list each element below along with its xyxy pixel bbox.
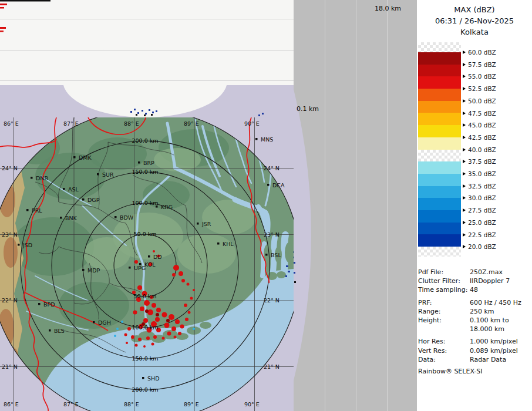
info-row-label: Range: (418, 307, 470, 316)
legend-segment (418, 65, 461, 77)
legend-label-text: 47.5 dBZ (468, 110, 496, 117)
info-row-value: 18.000 km (470, 325, 531, 333)
legend-label: 52.5 dBZ (463, 85, 496, 93)
svg-text:DGH: DGH (98, 319, 111, 326)
svg-text:200.0 km: 200.0 km (132, 386, 159, 393)
legend-segment (418, 89, 461, 101)
svg-text:SHD: SHD (147, 375, 160, 382)
info-row-label: Data: (418, 355, 470, 364)
svg-text:88° E: 88° E (124, 120, 139, 127)
legend-label: 47.5 dBZ (463, 109, 496, 117)
legend-label: 55.0 dBZ (463, 73, 496, 80)
legend-tick-arrow-icon (463, 136, 466, 139)
svg-text:DNB: DNB (36, 175, 48, 181)
legend-label-text: 20.0 dBZ (468, 243, 496, 250)
legend-tick-arrow-icon (463, 148, 466, 151)
legend-label: 20.0 dBZ (463, 243, 496, 251)
legend-tick-arrow-icon (463, 172, 466, 176)
legend-tick-arrow-icon (463, 123, 466, 127)
info-row: 18.000 km (418, 325, 531, 333)
legend-label-text: 55.0 dBZ (468, 73, 496, 80)
info-row: Clutter Filter:IIRDoppler 7 (418, 277, 531, 285)
info-row-value: 250 km (470, 307, 531, 316)
legend-label: 25.0 dBZ (463, 218, 496, 226)
legend-segment (418, 161, 461, 174)
svg-text:BNK: BNK (65, 215, 78, 221)
legend-label-text: 57.5 dBZ (468, 61, 496, 68)
info-row-value: 600 Hz / 450 Hz (470, 298, 531, 307)
legend-colorbar (418, 42, 461, 257)
legend-label-text: 60.0 dBZ (468, 49, 496, 56)
svg-text:PRL: PRL (32, 207, 42, 214)
legend-segment (418, 76, 461, 89)
svg-text:86° E: 86° E (4, 120, 19, 127)
svg-text:MNS: MNS (261, 136, 273, 143)
info-row-label (418, 325, 470, 333)
info-row: Height:0.100 km to (418, 316, 531, 325)
legend-segment (418, 198, 461, 210)
info-row-label: PRF: (418, 298, 470, 307)
software-brand: Rainbow® SELEX-SI (418, 368, 483, 375)
svg-text:21° N: 21° N (264, 363, 280, 370)
legend-tick-arrow-icon (463, 208, 466, 212)
colorbar-area: 60.0 dBZ57.5 dBZ55.0 dBZ52.5 dBZ50.0 dBZ… (418, 42, 531, 265)
svg-text:200.0 km: 200.0 km (132, 137, 159, 144)
legend-label: 40.0 dBZ (463, 146, 496, 153)
svg-text:88° E: 88° E (124, 401, 139, 407)
svg-text:24° N: 24° N (2, 165, 18, 171)
legend-tick-arrow-icon (463, 196, 466, 200)
svg-text:KOL: KOL (144, 261, 156, 268)
svg-text:DCA: DCA (272, 182, 285, 188)
info-row-label: Height: (418, 316, 470, 325)
svg-text:BLS: BLS (54, 328, 65, 334)
svg-text:21° N: 21° N (2, 363, 18, 370)
svg-text:150.0 km: 150.0 km (132, 355, 159, 362)
legend-label-text: 40.0 dBZ (468, 146, 496, 153)
legend-label-text: 25.0 dBZ (468, 219, 496, 226)
legend-label: 32.5 dBZ (463, 182, 496, 190)
legend-segment (418, 174, 461, 186)
svg-text:100.0 km: 100.0 km (132, 200, 159, 206)
legend-label-text: 30.0 dBZ (468, 194, 496, 201)
legend-tick-arrow-icon (463, 233, 466, 237)
station-name: Kolkata (417, 26, 532, 38)
info-row: PRF:600 Hz / 450 Hz (418, 298, 531, 307)
info-row-value: 48 (470, 285, 531, 294)
product-title: MAX (dBZ) (417, 4, 532, 15)
info-row: Pdf File:250Z.max (418, 268, 531, 277)
svg-text:22° N: 22° N (2, 297, 18, 304)
legend-tick-arrow-icon (463, 63, 466, 66)
info-row: Data:Radar Data (418, 355, 531, 364)
legend-label: 42.5 dBZ (463, 133, 496, 141)
legend-segment (418, 113, 461, 125)
svg-text:ASL: ASL (68, 186, 79, 193)
svg-text:24° N: 24° N (264, 165, 280, 171)
legend-panel: MAX (dBZ) 06:31 / 26-Nov-2025 Kolkata 60… (417, 0, 532, 411)
svg-text:87° E: 87° E (63, 401, 79, 407)
legend-label-text: 27.5 dBZ (468, 207, 496, 214)
map-canvas[interactable]: MNS DMK BRP SUR DNB ASL DGP KRG DCA PRL … (0, 110, 301, 411)
top-projection-panel (0, 0, 294, 117)
svg-text:50.0 km: 50.0 km (134, 231, 157, 237)
legend-tick-arrow-icon (463, 221, 466, 224)
product-datetime: 06:31 / 26-Nov-2025 (417, 15, 532, 26)
svg-text:90° E: 90° E (244, 120, 260, 127)
legend-label-text: 50.0 dBZ (468, 97, 496, 105)
legend-label: 27.5 dBZ (463, 207, 496, 214)
svg-text:JSR: JSR (201, 221, 211, 227)
svg-text:DMK: DMK (79, 154, 92, 161)
legend-label-text: 52.5 dBZ (468, 85, 496, 92)
product-info: Pdf File:250Z.maxClutter Filter:IIRDoppl… (418, 268, 531, 364)
info-row-label: Time sampling: (418, 285, 470, 294)
info-row-value: 0.089 km/pixel (470, 346, 531, 355)
info-row-value: IIRDoppler 7 (470, 277, 531, 285)
legend-segment (418, 223, 461, 235)
legend-label: 60.0 dBZ (463, 49, 496, 56)
svg-text:KHL: KHL (223, 241, 234, 247)
legend-segment (418, 186, 461, 198)
info-row-value: 0.100 km to (470, 316, 531, 325)
svg-text:23° N: 23° N (264, 231, 280, 238)
legend-segment (418, 150, 461, 162)
svg-text:BRP: BRP (143, 160, 154, 166)
svg-text:MDP: MDP (87, 267, 100, 274)
